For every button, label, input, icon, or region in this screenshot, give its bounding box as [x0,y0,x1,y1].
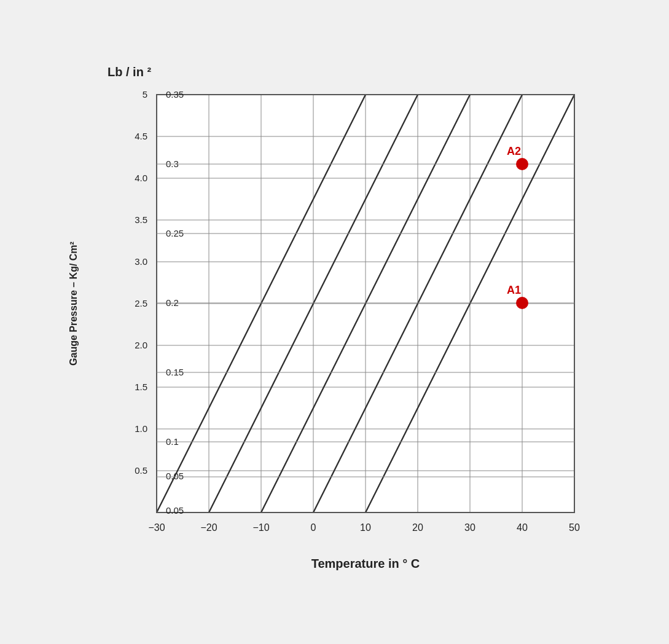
svg-text:30: 30 [464,522,475,533]
svg-text:50: 50 [569,522,580,533]
svg-text:−10: −10 [252,522,269,533]
chart-container: −30 −20 −10 0 10 20 30 40 50 5 4.5 4.0 3… [0,0,669,644]
svg-text:2.5: 2.5 [135,298,147,308]
point-a2 [516,158,528,170]
svg-text:0.05: 0.05 [166,505,184,516]
svg-text:3.5: 3.5 [135,214,147,225]
svg-text:0: 0 [310,522,316,533]
svg-text:0.35: 0.35 [166,89,184,100]
svg-text:−30: −30 [148,522,165,533]
svg-text:5: 5 [142,89,147,100]
y-axis-label: Gauge Pressure – Kg/ Cm² [68,242,79,366]
svg-text:3.0: 3.0 [135,256,147,267]
point-a2-label: A2 [507,145,521,157]
svg-text:0.05: 0.05 [166,471,184,481]
svg-text:−20: −20 [200,522,217,533]
top-label: Lb / in ² [108,65,151,79]
point-a1 [516,297,528,309]
svg-text:10: 10 [360,522,371,533]
svg-text:1.5: 1.5 [135,382,147,392]
x-axis-label: Temperature in ° C [311,557,420,570]
svg-text:1.0: 1.0 [135,423,147,434]
chart-wrapper: −30 −20 −10 0 10 20 30 40 50 5 4.5 4.0 3… [58,45,611,599]
svg-text:40: 40 [517,522,528,533]
chart-svg: −30 −20 −10 0 10 20 30 40 50 5 4.5 4.0 3… [58,45,611,599]
svg-text:4.0: 4.0 [135,173,147,183]
point-a1-label: A1 [507,284,521,296]
svg-text:20: 20 [412,522,423,533]
svg-text:0.5: 0.5 [135,465,147,476]
svg-text:4.5: 4.5 [135,131,147,141]
svg-text:2.0: 2.0 [135,340,147,350]
